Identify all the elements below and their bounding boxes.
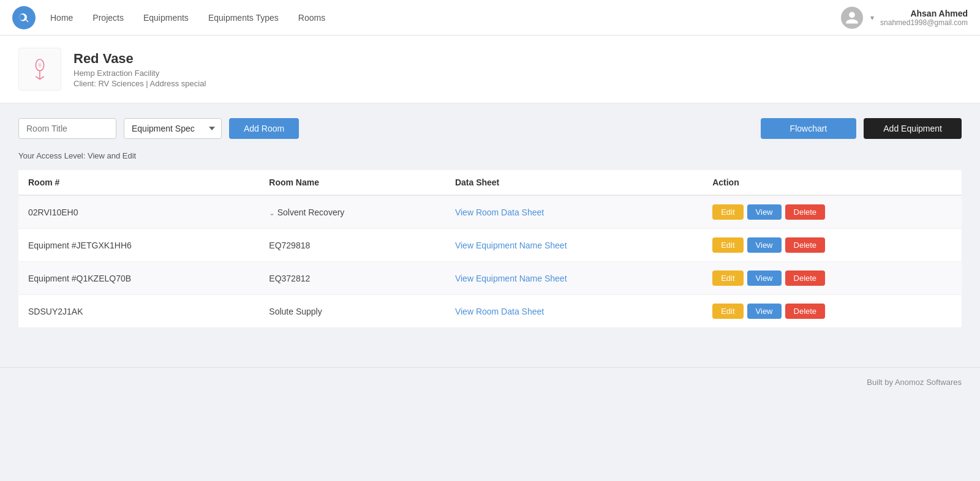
data-sheet-link[interactable]: View Equipment Name Sheet — [455, 240, 567, 250]
data-sheet-link[interactable]: View Equipment Name Sheet — [455, 274, 567, 283]
toolbar-right: Flowchart Add Equipment — [761, 118, 962, 139]
room-name-cell: EQ372812 — [259, 262, 445, 295]
action-buttons: Edit View Delete — [712, 304, 952, 319]
col-data-sheet: Data Sheet — [445, 170, 703, 195]
action-buttons: Edit View Delete — [712, 204, 952, 220]
navbar: Home Projects Equipments Equipments Type… — [0, 0, 980, 35]
table-row: 02RVI10EH0⌄ Solvent RecoveryView Room Da… — [18, 195, 962, 229]
action-cell: Edit View Delete — [703, 295, 962, 328]
search-icon[interactable] — [12, 6, 36, 29]
avatar — [841, 7, 863, 29]
svg-line-2 — [36, 76, 40, 80]
room-name-cell: Solute Supply — [259, 295, 445, 328]
room-number-cell: Equipment #JETGXK1HH6 — [18, 229, 259, 262]
nav-rooms[interactable]: Rooms — [298, 10, 325, 25]
room-name-cell: EQ729818 — [259, 229, 445, 262]
project-info: Red Vase Hemp Extraction Facility Client… — [74, 51, 206, 88]
data-sheet-cell: View Equipment Name Sheet — [445, 229, 703, 262]
table-row: Equipment #Q1KZELQ70BEQ372812View Equipm… — [18, 262, 962, 295]
view-button[interactable]: View — [747, 204, 782, 220]
user-email: snahmed1998@gmail.com — [880, 18, 968, 27]
action-buttons: Edit View Delete — [712, 270, 952, 286]
svg-point-4 — [38, 63, 41, 67]
expand-icon[interactable]: ⌄ — [269, 209, 277, 217]
nav-user: ▾ Ahsan Ahmed snahmed1998@gmail.com — [841, 7, 968, 29]
room-number-cell: Equipment #Q1KZELQ70B — [18, 262, 259, 295]
col-room-num: Room # — [18, 170, 259, 195]
view-button[interactable]: View — [747, 304, 782, 319]
project-subtitle: Hemp Extraction Facility — [74, 69, 206, 78]
action-cell: Edit View Delete — [703, 229, 962, 262]
data-sheet-cell: View Equipment Name Sheet — [445, 262, 703, 295]
add-room-button[interactable]: Add Room — [229, 118, 299, 139]
add-equipment-button[interactable]: Add Equipment — [864, 118, 962, 139]
rooms-table: Room # Room Name Data Sheet Action 02RVI… — [18, 170, 962, 328]
delete-button[interactable]: Delete — [785, 204, 826, 220]
footer: Built by Anomoz Softwares — [0, 367, 980, 397]
svg-line-3 — [40, 76, 44, 80]
access-level-text: Your Access Level: View and Edit — [18, 151, 962, 160]
equipment-spec-select[interactable]: Equipment SpecType AType B — [124, 118, 222, 139]
view-button[interactable]: View — [747, 270, 782, 286]
table-header-row: Room # Room Name Data Sheet Action — [18, 170, 962, 195]
nav-equipments-types[interactable]: Equipments Types — [208, 10, 279, 25]
table-row: SDSUY2J1AKSolute SupplyView Room Data Sh… — [18, 295, 962, 328]
data-sheet-link[interactable]: View Room Data Sheet — [455, 207, 544, 217]
toolbar: Equipment SpecType AType B Add Room Flow… — [18, 118, 962, 139]
nav-links: Home Projects Equipments Equipments Type… — [50, 10, 841, 25]
room-number-cell: 02RVI10EH0 — [18, 195, 259, 229]
project-logo — [18, 48, 61, 91]
data-sheet-cell: View Room Data Sheet — [445, 195, 703, 229]
action-buttons: Edit View Delete — [712, 237, 952, 253]
edit-button[interactable]: Edit — [712, 270, 743, 286]
project-header: Red Vase Hemp Extraction Facility Client… — [0, 35, 980, 103]
nav-equipments[interactable]: Equipments — [143, 10, 189, 25]
chevron-down-icon: ▾ — [870, 13, 874, 22]
project-name: Red Vase — [74, 51, 206, 67]
delete-button[interactable]: Delete — [785, 237, 826, 253]
table-row: Equipment #JETGXK1HH6EQ729818View Equipm… — [18, 229, 962, 262]
user-info: Ahsan Ahmed snahmed1998@gmail.com — [880, 9, 968, 27]
flowchart-button[interactable]: Flowchart — [761, 118, 857, 139]
delete-button[interactable]: Delete — [785, 304, 826, 319]
delete-button[interactable]: Delete — [785, 270, 826, 286]
room-name-cell: ⌄ Solvent Recovery — [259, 195, 445, 229]
room-title-input[interactable] — [18, 118, 116, 139]
edit-button[interactable]: Edit — [712, 304, 743, 319]
user-name: Ahsan Ahmed — [880, 9, 968, 18]
action-cell: Edit View Delete — [703, 262, 962, 295]
view-button[interactable]: View — [747, 237, 782, 253]
col-action: Action — [703, 170, 962, 195]
main-content: Equipment SpecType AType B Add Room Flow… — [0, 103, 980, 343]
data-sheet-cell: View Room Data Sheet — [445, 295, 703, 328]
col-room-name: Room Name — [259, 170, 445, 195]
edit-button[interactable]: Edit — [712, 237, 743, 253]
edit-button[interactable]: Edit — [712, 204, 743, 220]
action-cell: Edit View Delete — [703, 195, 962, 229]
project-client: Client: RV Sciences | Address special — [74, 79, 206, 88]
nav-projects[interactable]: Projects — [92, 10, 124, 25]
data-sheet-link[interactable]: View Room Data Sheet — [455, 307, 544, 316]
toolbar-left: Equipment SpecType AType B Add Room — [18, 118, 753, 139]
nav-home[interactable]: Home — [50, 10, 73, 25]
footer-text: Built by Anomoz Softwares — [867, 378, 962, 387]
room-number-cell: SDSUY2J1AK — [18, 295, 259, 328]
